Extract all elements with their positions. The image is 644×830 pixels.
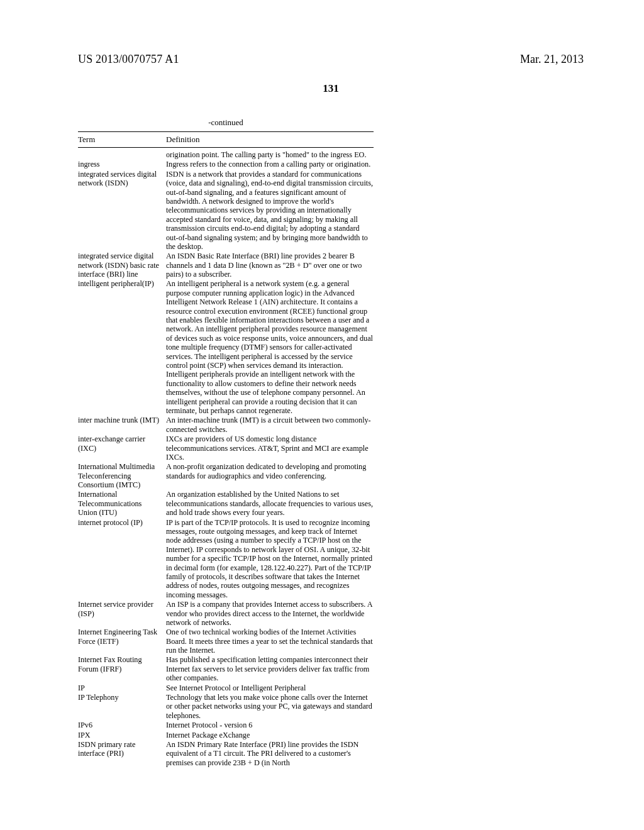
definition-cell: An inter-machine trunk (IMT) is a circui…	[166, 416, 374, 434]
term-cell: intelligent peripheral(IP)	[78, 279, 166, 288]
definition-cell: An ISDN Basic Rate Interface (BRI) line …	[166, 252, 374, 279]
table-row: internet protocol (IP)IP is part of the …	[78, 518, 374, 600]
definition-cell: ISDN is a network that provides a standa…	[166, 170, 374, 252]
definition-cell: An ISP is a company that provides Intern…	[166, 600, 374, 627]
table-row: IPv6Internet Protocol - version 6	[78, 721, 374, 729]
term-cell: internet protocol (IP)	[78, 518, 166, 527]
col-header-definition: Definition	[166, 135, 374, 145]
definition-cell: Ingress refers to the connection from a …	[166, 160, 374, 169]
term-cell: ingress	[78, 160, 166, 169]
table-row: integrated service digital network (ISDN…	[78, 252, 374, 279]
table-row: International Telecommunications Union (…	[78, 490, 374, 517]
term-cell: ISDN primary rate interface (PRI)	[78, 740, 166, 758]
term-cell: integrated services digital network (ISD…	[78, 170, 166, 188]
definition-cell: Internet Package eXchange	[166, 731, 374, 739]
definition-cell: See Internet Protocol or Intelligent Per…	[166, 683, 374, 692]
table-row: inter machine trunk (IMT)An inter-machin…	[78, 416, 374, 434]
glossary-table: -continued Term Definition origination p…	[78, 118, 374, 767]
term-cell: IPv6	[78, 721, 166, 729]
definition-cell: origination point. The calling party is …	[166, 150, 374, 159]
patent-page: US 2013/0070757 A1 Mar. 21, 2013 131 -co…	[0, 0, 644, 793]
table-row: ingressIngress refers to the connection …	[78, 160, 374, 169]
page-number: 131	[78, 82, 584, 95]
definition-cell: A non-profit organization dedicated to d…	[166, 462, 374, 480]
col-header-term: Term	[78, 135, 166, 145]
publication-number: US 2013/0070757 A1	[78, 53, 179, 66]
table-rule-head	[78, 147, 374, 148]
table-row: IPXInternet Package eXchange	[78, 731, 374, 739]
table-row: ISDN primary rate interface (PRI)An ISDN…	[78, 740, 374, 767]
term-cell: Internet Engineering Task Force (IETF)	[78, 628, 166, 646]
table-row: International Multimedia Teleconferencin…	[78, 462, 374, 489]
term-cell: inter machine trunk (IMT)	[78, 416, 166, 424]
table-row: IPSee Internet Protocol or Intelligent P…	[78, 683, 374, 692]
term-cell: Internet Fax Routing Forum (IFRF)	[78, 655, 166, 673]
table-body: origination point. The calling party is …	[78, 150, 374, 767]
definition-cell: One of two technical working bodies of t…	[166, 628, 374, 655]
term-cell: Internet service provider (ISP)	[78, 600, 166, 618]
definition-cell: IP is part of the TCP/IP protocols. It i…	[166, 518, 374, 600]
definition-cell: IXCs are providers of US domestic long d…	[166, 434, 374, 462]
table-row: Internet Fax Routing Forum (IFRF)Has pub…	[78, 655, 374, 682]
publication-date: Mar. 21, 2013	[520, 53, 584, 66]
term-cell: IP	[78, 683, 166, 692]
term-cell: integrated service digital network (ISDN…	[78, 252, 166, 279]
term-cell: International Telecommunications Union (…	[78, 490, 166, 517]
table-row: integrated services digital network (ISD…	[78, 170, 374, 252]
page-header: US 2013/0070757 A1 Mar. 21, 2013	[78, 53, 584, 66]
table-row: origination point. The calling party is …	[78, 150, 374, 159]
definition-cell: Has published a specification letting co…	[166, 655, 374, 682]
table-header-row: Term Definition	[78, 135, 374, 145]
definition-cell: Technology that lets you make voice phon…	[166, 693, 374, 720]
definition-cell: An ISDN Primary Rate Interface (PRI) lin…	[166, 740, 374, 767]
table-row: inter-exchange carrier (IXC)IXCs are pro…	[78, 434, 374, 462]
term-cell: IPX	[78, 731, 166, 739]
definition-cell: An organization established by the Unite…	[166, 490, 374, 517]
definition-cell: An intelligent peripheral is a network s…	[166, 279, 374, 415]
table-rule-top	[78, 131, 374, 132]
definition-cell: Internet Protocol - version 6	[166, 721, 374, 729]
table-row: intelligent peripheral(IP)An intelligent…	[78, 279, 374, 415]
table-row: IP TelephonyTechnology that lets you mak…	[78, 693, 374, 720]
continued-label: -continued	[78, 118, 374, 128]
table-row: Internet Engineering Task Force (IETF)On…	[78, 628, 374, 655]
term-cell: International Multimedia Teleconferencin…	[78, 462, 166, 489]
term-cell: inter-exchange carrier (IXC)	[78, 434, 166, 453]
term-cell: IP Telephony	[78, 693, 166, 702]
table-row: Internet service provider (ISP)An ISP is…	[78, 600, 374, 627]
